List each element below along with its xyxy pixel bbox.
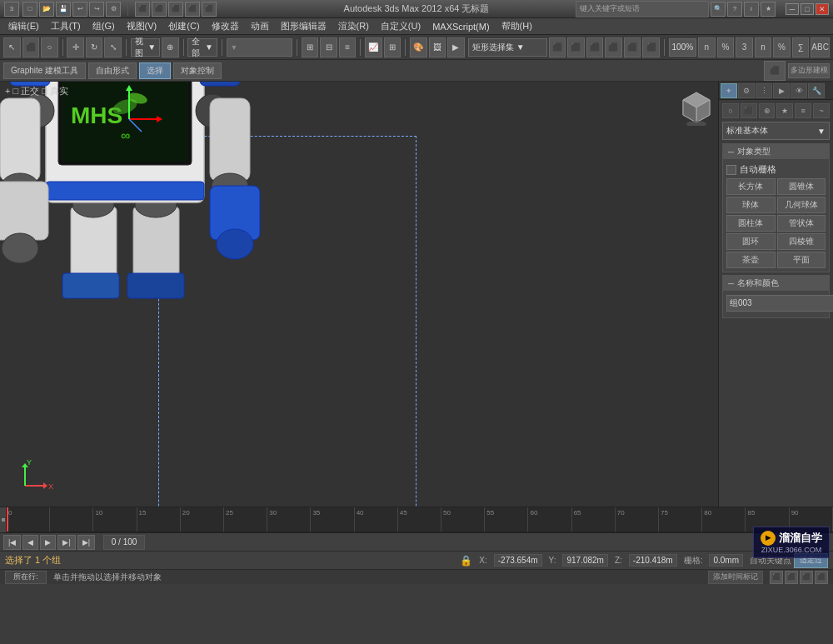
curve-editor-tool[interactable]: 📈 (365, 37, 382, 57)
menu-edit[interactable]: 编辑(E) (3, 18, 44, 34)
menu-animation[interactable]: 动画 (246, 18, 274, 34)
redo-icon[interactable]: ↪ (89, 2, 104, 17)
save-icon[interactable]: 💾 (56, 2, 71, 17)
select-tool[interactable]: ↖ (3, 37, 21, 57)
menu-maxscript[interactable]: MAXScript(M) (427, 20, 494, 33)
menu-graph-editors[interactable]: 图形编辑器 (276, 18, 332, 34)
toolbar-icon5[interactable]: ⬛ (202, 2, 217, 17)
tool-n[interactable]: n (698, 37, 716, 57)
menu-customize[interactable]: 自定义(U) (376, 18, 426, 34)
tube-btn[interactable]: 管状体 (777, 215, 826, 232)
render-scene-tool[interactable]: 🖼 (429, 37, 446, 57)
toolbar-icon2[interactable]: ⬛ (152, 2, 167, 17)
graphite-tools-btn[interactable]: Graphite 建模工具 (3, 62, 86, 79)
toolbar-icon1[interactable]: ⬛ (135, 2, 150, 17)
search-btn[interactable]: 🔍 (711, 2, 726, 17)
close-button[interactable]: ✕ (816, 3, 829, 15)
geosphere-btn[interactable]: 几何球体 (777, 197, 826, 213)
sphere-btn[interactable]: 球体 (726, 197, 776, 213)
info-icon[interactable]: i (744, 2, 759, 17)
toolbar2-icon1[interactable]: ⬛ (764, 61, 786, 81)
maximize-button[interactable]: □ (801, 3, 814, 15)
tool-abs4[interactable]: ∑ (792, 37, 810, 57)
rp-icon1[interactable]: ○ (722, 103, 739, 118)
rpanel-tab-modify[interactable]: ⚙ (738, 83, 755, 98)
named-selection-input[interactable]: ▼ (227, 38, 293, 57)
play-btn[interactable]: ▶ (40, 535, 56, 550)
teapot-btn[interactable]: 茶壶 (726, 252, 776, 268)
rpanel-tab-motion[interactable]: ▶ (773, 83, 790, 98)
viewport-btn1[interactable]: ⬛ (549, 37, 566, 57)
new-icon[interactable]: □ (22, 2, 37, 17)
status-icon3[interactable]: ⬛ (800, 571, 813, 584)
timeline-track[interactable]: 0 10 15 20 25 30 35 40 45 50 55 60 65 70… (7, 507, 833, 532)
tool-abs[interactable]: 3 (736, 37, 753, 57)
scale-tool[interactable]: ⤡ (104, 37, 122, 57)
mirror-tool[interactable]: ⊞ (302, 37, 319, 57)
viewport-btn6[interactable]: ⬛ (642, 37, 660, 57)
cylinder-btn[interactable]: 圆柱体 (726, 215, 776, 232)
standard-primitives-dropdown[interactable]: 标准基本体 ▼ (722, 122, 830, 140)
prev-frame-btn[interactable]: ◀ (22, 535, 38, 550)
settings-icon[interactable]: ⚙ (106, 2, 121, 17)
cone-btn[interactable]: 圆锥体 (777, 178, 826, 195)
viewport-btn5[interactable]: ⬛ (624, 37, 641, 57)
viewport-btn4[interactable]: ⬛ (605, 37, 622, 57)
percent-field[interactable]: 100% (669, 38, 697, 57)
select-btn[interactable]: 选择 (139, 62, 171, 79)
schematic-tool[interactable]: ⊞ (384, 37, 402, 57)
tool-percent2[interactable]: % (717, 37, 735, 57)
status-icon4[interactable]: ⬛ (815, 571, 828, 584)
rpanel-tab-create[interactable]: ✦ (721, 83, 737, 98)
quick-render-tool[interactable]: ▶ (447, 37, 465, 57)
filter-dropdown[interactable]: 全部 ▼ (187, 38, 217, 57)
add-time-tag-btn[interactable]: 添加时间标记 (708, 571, 763, 584)
object-type-header[interactable]: ─ 对象类型 (723, 144, 829, 160)
status-icon2[interactable]: ⬛ (785, 571, 798, 584)
status-icon1[interactable]: ⬛ (770, 571, 783, 584)
tool-abs2[interactable]: n (755, 37, 772, 57)
menu-modifiers[interactable]: 修改器 (207, 18, 244, 34)
playhead[interactable] (7, 507, 8, 532)
move-tool[interactable]: ✛ (67, 37, 84, 57)
pivot-tool[interactable]: ⊕ (162, 37, 179, 57)
obj-ctrl-btn[interactable]: 对象控制 (173, 62, 222, 79)
rp-icon2[interactable]: ⬛ (741, 103, 757, 118)
select-region-tool[interactable]: ⬛ (22, 37, 40, 57)
rp-icon4[interactable]: ★ (776, 103, 793, 118)
auto-grid-checkbox[interactable] (726, 165, 736, 175)
frame-counter[interactable]: 0 / 100 (103, 535, 145, 550)
viewport-cube[interactable] (678, 88, 711, 122)
material-editor-tool[interactable]: 🎨 (410, 37, 427, 57)
rp-icon5[interactable]: ≡ (795, 103, 811, 118)
subobj-dropdown[interactable]: 多边形建模 (788, 63, 830, 78)
menu-views[interactable]: 视图(V) (122, 18, 162, 34)
lasso-tool[interactable]: ○ (41, 37, 58, 57)
torus-btn[interactable]: 圆环 (726, 233, 776, 250)
help-icon[interactable]: ? (727, 2, 742, 17)
name-input-field[interactable] (726, 295, 833, 312)
go-start-btn[interactable]: |◀ (3, 535, 21, 550)
next-frame-btn[interactable]: ▶| (57, 535, 75, 550)
menu-render[interactable]: 渲染(R) (333, 18, 374, 34)
rotate-tool[interactable]: ↻ (86, 37, 103, 57)
rp-icon3[interactable]: ⊕ (759, 103, 776, 118)
tool-text[interactable]: ABC (811, 37, 830, 57)
toolbar-icon4[interactable]: ⬛ (185, 2, 200, 17)
menu-create[interactable]: 创建(C) (163, 18, 204, 34)
freeform-btn[interactable]: 自由形式 (88, 62, 137, 79)
search-box[interactable]: 键入关键字或短语 (576, 1, 709, 17)
rp-icon6[interactable]: ~ (813, 103, 830, 118)
rpanel-tab-utilities[interactable]: 🔧 (808, 83, 825, 98)
menu-group[interactable]: 组(G) (87, 18, 120, 34)
rpanel-tab-display[interactable]: 👁 (791, 83, 807, 98)
coord-dropdown[interactable]: 视图 ▼ (131, 38, 160, 57)
box-btn[interactable]: 长方体 (726, 178, 776, 195)
plane-btn[interactable]: 平面 (777, 252, 826, 268)
go-end-btn[interactable]: ▶| (77, 535, 95, 550)
open-icon[interactable]: 📂 (39, 2, 54, 17)
selection-region-dropdown[interactable]: 矩形选择集 ▼ (468, 38, 547, 57)
viewport[interactable]: + □ 正交 □ 真实 (0, 82, 718, 507)
star-icon[interactable]: ★ (761, 2, 776, 17)
name-color-header[interactable]: ─ 名称和颜色 (723, 276, 829, 292)
